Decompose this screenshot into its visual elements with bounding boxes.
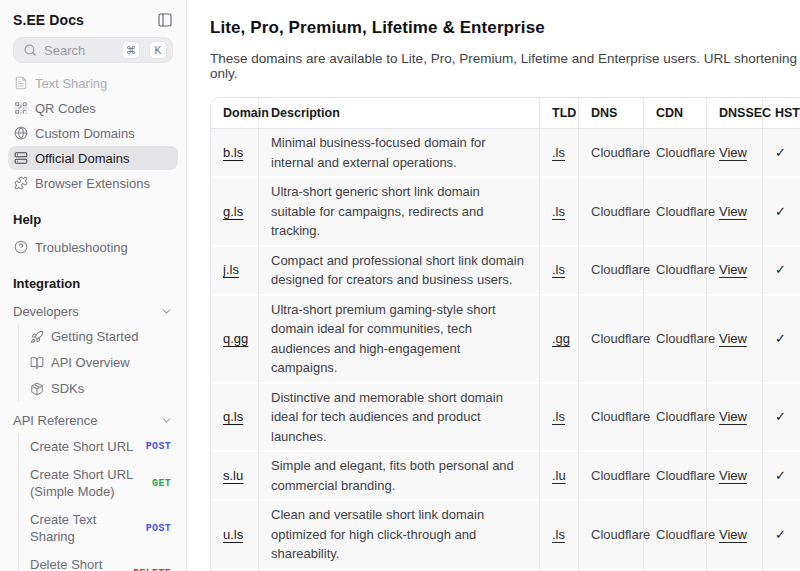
sidebar-item-label: Getting Started — [51, 329, 138, 344]
tld-link[interactable]: .ls — [552, 204, 565, 219]
tld-link[interactable]: .gg — [552, 331, 570, 346]
shortcut-key-cmd: ⌘ — [122, 41, 140, 59]
domain-link[interactable]: j.ls — [223, 262, 239, 277]
table-header-row: Domain Description TLD DNS CDN DNSSEC HS… — [211, 98, 800, 129]
tld-link[interactable]: .ls — [552, 527, 565, 542]
table-row: j.ls Compact and professional short link… — [211, 245, 800, 294]
table-row: g.ls Ultra-short generic short link doma… — [211, 176, 800, 245]
sidebar-group-api-reference[interactable]: API Reference — [13, 408, 173, 432]
tld-link[interactable]: .ls — [552, 409, 565, 424]
section-header-help: Help — [13, 212, 173, 228]
tld-link[interactable]: .ls — [552, 145, 565, 160]
hsts-check: ✓ — [762, 568, 800, 571]
sidebar-item-getting-started[interactable]: Getting Started — [28, 324, 173, 349]
sidebar-item-label: Create Text Sharing — [30, 511, 138, 546]
globe-icon — [14, 126, 28, 140]
hsts-check: ✓ — [762, 382, 800, 451]
dnssec-view-link[interactable]: View — [719, 409, 747, 424]
file-text-icon — [14, 76, 28, 90]
domain-description: Simple and elegant, fits both personal a… — [258, 450, 539, 499]
developers-children: Getting Started API Overview SDKs — [18, 324, 173, 401]
dnssec-view-link[interactable]: View — [719, 145, 747, 160]
hsts-check: ✓ — [762, 129, 800, 176]
table-row: u.nu Ultra-short premium domain, focused… — [211, 568, 800, 571]
page-subtitle: These domains are available to Lite, Pro… — [210, 51, 800, 81]
tld-link[interactable]: .lu — [552, 468, 566, 483]
sidebar-header: S.EE Docs — [13, 9, 173, 31]
dns-provider: Cloudflare — [578, 450, 643, 499]
qr-code-icon — [14, 101, 28, 115]
sidebar-item-api-overview[interactable]: API Overview — [28, 350, 173, 375]
cdn-provider: Cloudflare — [643, 568, 706, 571]
domain-link[interactable]: u.ls — [223, 527, 243, 542]
domain-description: Compact and professional short link doma… — [258, 245, 539, 294]
sidebar-item-label: Troubleshooting — [35, 240, 128, 255]
section-header-integration: Integration — [13, 276, 173, 292]
sidebar-item-api-endpoint[interactable]: Create Short URL (Simple Mode) GET — [28, 461, 173, 506]
panel-left-icon — [157, 12, 173, 28]
tld-link[interactable]: .ls — [552, 262, 565, 277]
hsts-check: ✓ — [762, 294, 800, 382]
column-header-dns: DNS — [578, 98, 643, 129]
sidebar-item-api-endpoint[interactable]: Create Short URL POST — [28, 433, 173, 461]
help-nav: Troubleshooting — [8, 235, 178, 259]
sidebar-toggle-button[interactable] — [157, 12, 173, 28]
sidebar-item-sdks[interactable]: SDKs — [28, 376, 173, 401]
search-icon — [23, 43, 37, 57]
dns-provider: Cloudflare — [578, 176, 643, 245]
domain-link[interactable]: s.lu — [223, 468, 243, 483]
domains-table: Domain Description TLD DNS CDN DNSSEC HS… — [210, 97, 800, 571]
dnssec-view-link[interactable]: View — [719, 468, 747, 483]
http-method-badge: POST — [146, 523, 171, 534]
sidebar-item-api-endpoint[interactable]: Create Text Sharing POST — [28, 506, 173, 551]
search-input[interactable]: Search ⌘ K — [13, 37, 173, 63]
sidebar: S.EE Docs Search ⌘ K Text Sharing QR Cod… — [0, 0, 187, 571]
sidebar-item-custom-domains[interactable]: Custom Domains — [8, 121, 178, 145]
chevron-down-icon — [160, 305, 173, 318]
dns-provider: Cloudflare — [578, 294, 643, 382]
dns-provider: Cloudflare — [578, 245, 643, 294]
column-header-tld: TLD — [539, 98, 578, 129]
column-header-dnssec: DNSSEC — [706, 98, 762, 129]
cdn-provider: Cloudflare — [643, 294, 706, 382]
sidebar-item-official-domains[interactable]: Official Domains — [8, 146, 178, 170]
sidebar-item-label: Official Domains — [35, 151, 129, 166]
hsts-check: ✓ — [762, 450, 800, 499]
table-row: b.ls Minimal business-focused domain for… — [211, 129, 800, 176]
sidebar-item-api-endpoint[interactable]: Delete Short URL DELETE — [28, 551, 173, 571]
sidebar-item-label: Delete Short URL — [30, 556, 125, 571]
table-row: s.lu Simple and elegant, fits both perso… — [211, 450, 800, 499]
sidebar-item-label: API Overview — [51, 355, 130, 370]
domain-link[interactable]: b.ls — [223, 145, 243, 160]
hsts-check: ✓ — [762, 176, 800, 245]
http-method-badge: GET — [152, 478, 171, 489]
cdn-provider: Cloudflare — [643, 499, 706, 568]
server-icon — [14, 151, 28, 165]
table-row: q.ls Distinctive and memorable short dom… — [211, 382, 800, 451]
chevron-down-icon — [160, 414, 173, 427]
domain-link[interactable]: q.ls — [223, 409, 243, 424]
sidebar-item-label: SDKs — [51, 381, 84, 396]
cdn-provider: Cloudflare — [643, 176, 706, 245]
dns-provider: ClouDNS — [578, 568, 643, 571]
main-content: Lite, Pro, Premium, Lifetime & Enterpris… — [187, 0, 800, 571]
dnssec-view-link[interactable]: View — [719, 262, 747, 277]
sidebar-item-text-sharing[interactable]: Text Sharing — [8, 71, 178, 95]
domain-description: Distinctive and memorable short domain i… — [258, 382, 539, 451]
sidebar-group-developers[interactable]: Developers — [13, 299, 173, 323]
sidebar-item-troubleshooting[interactable]: Troubleshooting — [8, 235, 178, 259]
dns-provider: Cloudflare — [578, 382, 643, 451]
dnssec-view-link[interactable]: View — [719, 204, 747, 219]
domain-link[interactable]: q.gg — [223, 331, 248, 346]
domain-description: Ultra-short generic short link domain su… — [258, 176, 539, 245]
dnssec-view-link[interactable]: View — [719, 527, 747, 542]
http-method-badge: POST — [146, 441, 171, 452]
sidebar-item-qr-codes[interactable]: QR Codes — [8, 96, 178, 120]
dnssec-view-link[interactable]: View — [719, 331, 747, 346]
api-reference-children: Create Short URL POST Create Short URL (… — [18, 433, 173, 571]
shortcut-key-k: K — [149, 41, 167, 59]
cdn-provider: Cloudflare — [643, 129, 706, 176]
sidebar-item-label: Create Short URL — [30, 438, 138, 456]
sidebar-item-browser-extensions[interactable]: Browser Extensions — [8, 171, 178, 195]
domain-link[interactable]: g.ls — [223, 204, 243, 219]
